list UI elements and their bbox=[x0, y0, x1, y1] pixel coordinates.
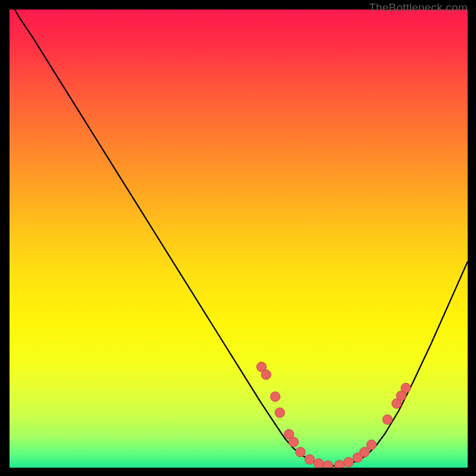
data-marker bbox=[401, 383, 411, 393]
data-marker bbox=[270, 392, 280, 401]
data-marker bbox=[289, 437, 298, 447]
data-marker bbox=[367, 440, 376, 449]
watermark-label: TheBottleneck.com bbox=[369, 1, 468, 14]
data-marker bbox=[275, 408, 284, 417]
chart-svg bbox=[10, 10, 468, 468]
data-marker bbox=[314, 459, 324, 468]
chart-frame: TheBottleneck.com bbox=[10, 10, 468, 468]
data-marker bbox=[360, 447, 369, 457]
data-marker bbox=[305, 455, 314, 464]
data-markers bbox=[256, 362, 411, 468]
data-marker bbox=[261, 369, 271, 379]
data-marker bbox=[296, 447, 305, 457]
data-marker bbox=[334, 461, 344, 468]
data-marker bbox=[323, 461, 333, 468]
data-marker bbox=[383, 415, 392, 424]
data-marker bbox=[344, 458, 353, 467]
